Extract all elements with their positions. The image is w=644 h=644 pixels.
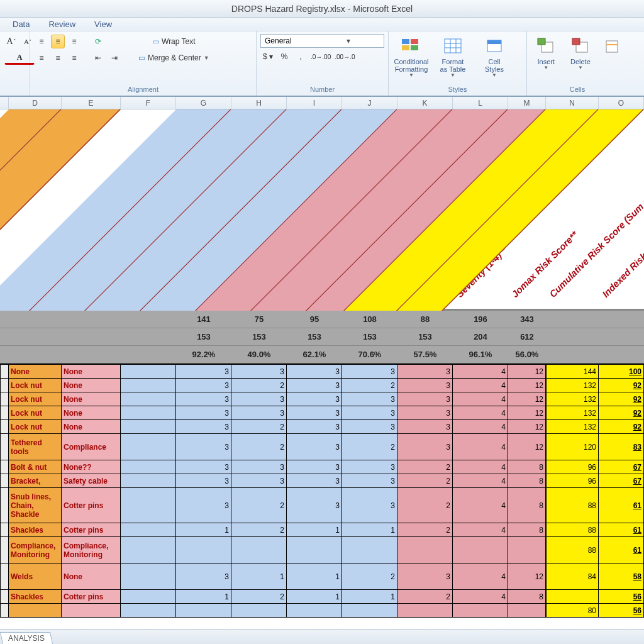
format-as-table-button[interactable]: Format as Table ▼: [434, 34, 472, 82]
cell-N[interactable]: 132: [546, 406, 599, 420]
cell-O[interactable]: 56: [599, 590, 644, 604]
cell-I[interactable]: 3: [287, 420, 342, 434]
summary-cell[interactable]: 75: [231, 311, 287, 328]
cell-L[interactable]: 4: [453, 460, 508, 474]
summary-cell[interactable]: 196: [453, 311, 508, 328]
table-row[interactable]: 8056: [0, 604, 644, 618]
cell-primary[interactable]: Lock nut: [9, 379, 62, 392]
cell-primary[interactable]: Tethered tools: [9, 434, 62, 460]
cell-L[interactable]: [453, 604, 508, 618]
cell-secondary[interactable]: None??: [62, 460, 121, 474]
summary-cell[interactable]: 204: [453, 328, 508, 345]
cell-H[interactable]: 3: [231, 392, 287, 406]
cell-L[interactable]: 4: [453, 523, 508, 537]
cell-primary[interactable]: Snub lines, Chain, Shackle: [9, 488, 62, 523]
cell-F[interactable]: [121, 604, 176, 618]
summary-cell[interactable]: 56.0%: [508, 346, 546, 363]
cell-M[interactable]: 8: [508, 488, 546, 523]
summary-cell[interactable]: 153: [342, 328, 397, 345]
cell-J[interactable]: 2: [342, 564, 397, 590]
cell-H[interactable]: 2: [231, 488, 287, 523]
cell-G[interactable]: 3: [176, 434, 231, 460]
cell-G[interactable]: 3: [176, 392, 231, 406]
cell-L[interactable]: 4: [453, 365, 508, 379]
cell-K[interactable]: 2: [397, 474, 453, 488]
align-center-icon[interactable]: ≡: [51, 51, 65, 65]
grow-font-icon[interactable]: A˄: [4, 35, 18, 48]
cell-secondary[interactable]: Compliance: [62, 434, 121, 460]
cell-secondary[interactable]: Cotter pins: [62, 488, 121, 523]
cell-primary[interactable]: Lock nut: [9, 406, 62, 420]
cell-K[interactable]: 3: [397, 434, 453, 460]
cell-secondary[interactable]: None: [62, 564, 121, 590]
cell-I[interactable]: 3: [287, 474, 342, 488]
cell-primary[interactable]: Shackles: [9, 590, 62, 604]
cell-G[interactable]: 1: [176, 523, 231, 537]
cell-O[interactable]: 92: [599, 406, 644, 420]
menu-view[interactable]: View: [94, 19, 112, 29]
cell-G[interactable]: 3: [176, 406, 231, 420]
cell-J[interactable]: 1: [342, 523, 397, 537]
cell-O[interactable]: 67: [599, 460, 644, 474]
cell-O[interactable]: 58: [599, 564, 644, 590]
cell-G[interactable]: 3: [176, 379, 231, 392]
summary-cell[interactable]: 343: [508, 311, 546, 328]
orientation-icon[interactable]: ⟳: [91, 35, 105, 48]
cell-M[interactable]: [508, 537, 546, 564]
cell-secondary[interactable]: None: [62, 406, 121, 420]
summary-cell[interactable]: 95: [287, 311, 342, 328]
cell-K[interactable]: 3: [397, 379, 453, 392]
cell-primary[interactable]: Bracket,: [9, 474, 62, 488]
cell-F[interactable]: [121, 434, 176, 460]
cell-H[interactable]: 3: [231, 406, 287, 420]
cell-K[interactable]: [397, 537, 453, 564]
cell-K[interactable]: [397, 604, 453, 618]
cell-I[interactable]: 3: [287, 379, 342, 392]
cell-I[interactable]: 3: [287, 365, 342, 379]
cell-secondary[interactable]: None: [62, 392, 121, 406]
cell-G[interactable]: 3: [176, 460, 231, 474]
currency-icon[interactable]: $ ▾: [261, 50, 275, 64]
col-header-L[interactable]: L: [453, 97, 508, 109]
cell-N[interactable]: 132: [546, 379, 599, 392]
table-row[interactable]: Bracket,Safety cable33332489667: [0, 474, 644, 488]
col-header-O[interactable]: O: [599, 97, 644, 109]
cell-secondary[interactable]: None: [62, 365, 121, 379]
table-row[interactable]: WeldsNone311234128458: [0, 564, 644, 590]
cell-N[interactable]: 88: [546, 537, 599, 564]
cell-L[interactable]: 4: [453, 420, 508, 434]
cell-J[interactable]: 3: [342, 460, 397, 474]
summary-cell[interactable]: 96.1%: [453, 346, 508, 363]
cell-secondary[interactable]: None: [62, 379, 121, 392]
cell-L[interactable]: 4: [453, 392, 508, 406]
col-header-F[interactable]: F: [121, 97, 176, 109]
cell-L[interactable]: [453, 537, 508, 564]
cell-H[interactable]: 2: [231, 590, 287, 604]
cell-secondary[interactable]: Cotter pins: [62, 590, 121, 604]
table-row[interactable]: Bolt & nutNone??33332489667: [0, 460, 644, 474]
cell-F[interactable]: [121, 564, 176, 590]
cell-M[interactable]: 8: [508, 590, 546, 604]
align-left-icon[interactable]: ≡: [35, 51, 48, 65]
cell-M[interactable]: 12: [508, 434, 546, 460]
summary-cell[interactable]: 108: [342, 311, 397, 328]
table-row[interactable]: Lock nutNone3233341213292: [0, 420, 644, 434]
cell-F[interactable]: [121, 523, 176, 537]
cell-J[interactable]: 2: [342, 434, 397, 460]
cell-K[interactable]: 3: [397, 365, 453, 379]
comma-icon[interactable]: ,: [294, 50, 308, 64]
cell-I[interactable]: 3: [287, 434, 342, 460]
decrease-decimal-icon[interactable]: .00→.0: [334, 50, 355, 64]
summary-cell[interactable]: 88: [397, 311, 453, 328]
cell-N[interactable]: 96: [546, 460, 599, 474]
cell-F[interactable]: [121, 379, 176, 392]
cell-L[interactable]: 4: [453, 379, 508, 392]
cell-L[interactable]: 4: [453, 590, 508, 604]
cell-G[interactable]: 1: [176, 590, 231, 604]
summary-cell[interactable]: 153: [287, 328, 342, 345]
merge-center-button[interactable]: ▭ Merge & Center ▼: [135, 51, 213, 65]
cell-I[interactable]: 3: [287, 460, 342, 474]
number-format-select[interactable]: ▾: [260, 34, 384, 48]
cell-J[interactable]: [342, 537, 397, 564]
cell-secondary[interactable]: None: [62, 420, 121, 434]
